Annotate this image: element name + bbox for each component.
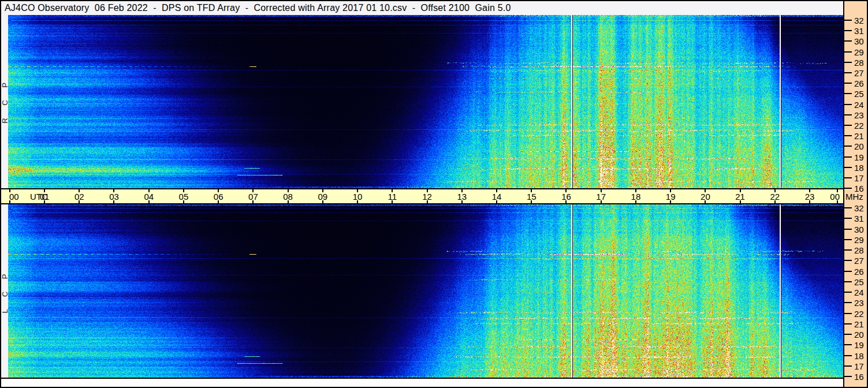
hour-label: 06: [214, 192, 223, 202]
freq-tick: [844, 135, 852, 136]
time-axis: 00 UTC 00 010203040506070809101112131415…: [1, 188, 843, 204]
freq-label: 30: [854, 36, 864, 46]
freq-tick: [844, 334, 852, 335]
freq-tick: [844, 292, 852, 293]
hour-tick: [9, 200, 10, 203]
hour-label: 12: [422, 192, 432, 202]
freq-tick: [844, 40, 852, 42]
freq-tick: [844, 281, 852, 282]
hour-label: 02: [74, 192, 84, 202]
freq-tick: [844, 260, 852, 261]
hour-label: 17: [596, 192, 606, 202]
freq-tick: [844, 249, 852, 251]
freq-label: 28: [854, 57, 864, 67]
freq-tick: [844, 62, 852, 63]
freq-tick: [844, 229, 852, 230]
freq-label: 22: [854, 308, 864, 318]
hour-label: 13: [457, 192, 467, 202]
freq-label: 22: [854, 121, 864, 130]
hour-label: 11: [388, 192, 397, 202]
freq-tick: [844, 125, 852, 126]
freq-label: 32: [854, 16, 864, 25]
hour-label: 05: [179, 192, 189, 202]
freq-label: 23: [854, 298, 864, 308]
freq-label: 21: [854, 319, 864, 329]
freq-label: 24: [854, 99, 864, 109]
hour-label: 04: [144, 192, 154, 202]
freq-label: 27: [854, 68, 864, 78]
freq-label: 28: [854, 245, 864, 255]
freq-label: 29: [854, 47, 864, 57]
freq-label: 25: [854, 277, 864, 286]
freq-tick: [844, 146, 852, 147]
freq-label: 21: [854, 131, 864, 141]
app-window: AJ4CO Observatory 06 Feb 2022 - DPS on T…: [0, 0, 868, 388]
hour-label: 23: [805, 192, 815, 202]
freq-tick: [844, 355, 852, 356]
freq-label: 17: [854, 361, 864, 371]
hour-label: 01: [40, 192, 50, 202]
spectrogram-rcp: [8, 15, 843, 188]
freq-tick: [844, 93, 852, 94]
freq-label: 32: [854, 203, 864, 213]
freq-tick: [844, 376, 852, 377]
freq-label: 16: [854, 372, 864, 382]
footer-strip: [1, 378, 843, 387]
freq-tick: [844, 51, 852, 53]
freq-label: 29: [854, 234, 864, 244]
freq-tick: [844, 207, 852, 208]
freq-tick: [844, 156, 852, 158]
freq-tick: [844, 313, 852, 314]
freq-label: 20: [854, 141, 864, 151]
title-bar: AJ4CO Observatory 06 Feb 2022 - DPS on T…: [1, 1, 843, 15]
freq-tick: [844, 104, 852, 105]
freq-tick: [844, 344, 852, 345]
freq-label: 19: [854, 340, 864, 350]
freq-tick: [844, 20, 852, 21]
freq-label: 23: [854, 110, 864, 120]
freq-tick: [844, 114, 852, 115]
hour-label: 07: [248, 192, 258, 202]
freq-tick: [844, 218, 852, 219]
freq-label: 17: [854, 173, 864, 183]
freq-label: 18: [854, 162, 864, 172]
time-axis-end: 00: [830, 192, 840, 202]
freq-label: 31: [854, 26, 864, 36]
freq-tick: [844, 365, 852, 367]
hour-label: 22: [770, 192, 780, 202]
hour-label: 03: [109, 192, 119, 202]
hour-tick: [9, 189, 10, 192]
freq-label: 25: [854, 89, 864, 99]
freq-tick: [844, 271, 852, 272]
hour-label: 18: [631, 192, 641, 202]
freq-label: 30: [854, 224, 864, 234]
hour-label: 14: [492, 192, 502, 202]
hour-label: 20: [701, 192, 710, 202]
freq-label: 26: [854, 266, 864, 276]
freq-tick: [844, 323, 852, 324]
time-axis-start: 00: [9, 192, 19, 202]
freq-label: 19: [854, 152, 864, 162]
frequency-axis: MHz 323130292827262524232221201918171632…: [843, 1, 867, 387]
hour-tick: [837, 200, 838, 203]
spectrogram-lcp: [8, 204, 843, 378]
freq-label: 16: [854, 184, 864, 193]
hour-label: 16: [561, 192, 571, 202]
hour-label: 19: [666, 192, 676, 202]
hour-label: 10: [353, 192, 363, 202]
freq-tick: [844, 239, 852, 240]
freq-tick: [844, 72, 852, 73]
freq-label: 26: [854, 79, 864, 88]
freq-tick: [844, 167, 852, 168]
freq-tick: [844, 177, 852, 178]
freq-label: 20: [854, 330, 864, 339]
freq-tick: [844, 188, 852, 189]
freq-tick: [844, 30, 852, 31]
hour-label: 08: [283, 192, 293, 202]
freq-label: 31: [854, 214, 864, 223]
hour-label: 21: [735, 192, 745, 202]
hour-tick: [837, 189, 838, 192]
freq-label: 18: [854, 350, 864, 360]
freq-label: 27: [854, 256, 864, 266]
freq-tick: [844, 83, 852, 84]
